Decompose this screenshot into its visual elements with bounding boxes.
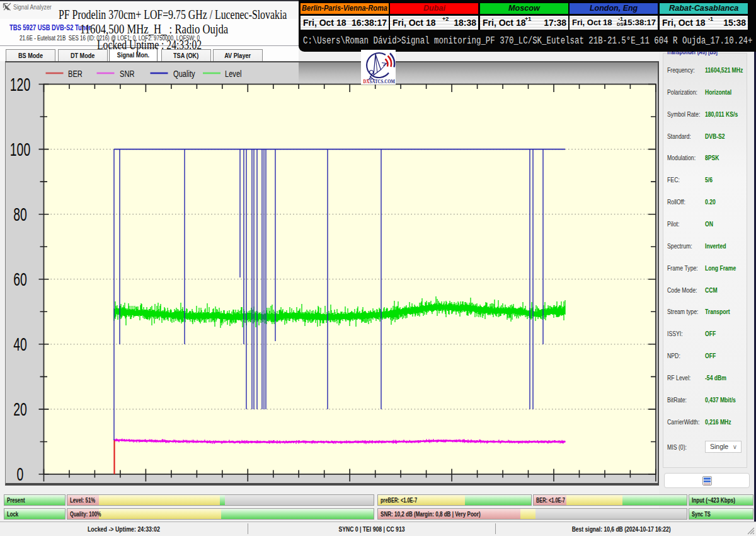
- svg-text:SNR: SNR: [120, 68, 134, 79]
- svg-text:60: 60: [13, 269, 27, 289]
- svg-text:DXSATCS.COM: DXSATCS.COM: [364, 78, 396, 84]
- svg-text:20: 20: [13, 399, 27, 419]
- svg-text:120: 120: [10, 74, 30, 95]
- svg-text:Quality: Quality: [173, 68, 195, 79]
- svg-text:100: 100: [10, 139, 30, 160]
- svg-text:80: 80: [13, 204, 27, 224]
- svg-text:BER: BER: [68, 68, 83, 79]
- svg-text:Level: Level: [225, 68, 242, 79]
- svg-text:0: 0: [17, 464, 24, 484]
- svg-text:40: 40: [13, 334, 27, 354]
